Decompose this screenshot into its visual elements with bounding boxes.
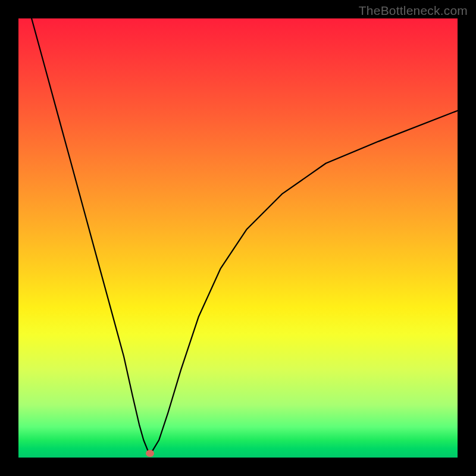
curve-svg — [18, 18, 458, 458]
optimum-marker — [146, 450, 154, 457]
chart-frame: TheBottleneck.com — [0, 0, 476, 476]
bottleneck-curve — [32, 18, 458, 451]
watermark-text: TheBottleneck.com — [359, 4, 468, 18]
plot-area — [18, 18, 458, 458]
